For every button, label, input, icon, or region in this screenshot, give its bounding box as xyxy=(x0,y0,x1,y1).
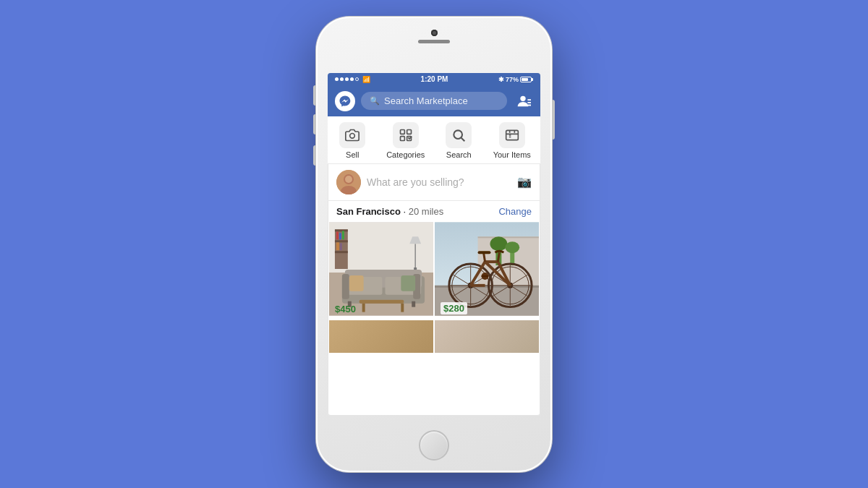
magnifier-icon xyxy=(451,128,466,142)
product-grid: $450 xyxy=(328,222,540,319)
grid-icon xyxy=(399,128,413,142)
product-card-bike[interactable]: $280 xyxy=(435,222,539,319)
profile-menu-button[interactable] xyxy=(513,91,533,111)
svg-rect-22 xyxy=(335,251,348,253)
svg-rect-40 xyxy=(412,301,415,307)
sell-placeholder[interactable]: What are you selling? xyxy=(367,176,511,188)
battery-percent: 77% xyxy=(506,76,519,83)
svg-rect-6 xyxy=(407,129,411,134)
nav-item-your-items[interactable]: Your Items xyxy=(488,122,535,159)
svg-rect-75 xyxy=(478,251,491,254)
svg-rect-38 xyxy=(401,275,415,291)
sofa-image xyxy=(329,222,433,316)
status-bar: 📶 1:20 PM ✱ 77% xyxy=(328,73,540,86)
location-bar: San Francisco · 20 miles Change xyxy=(328,201,540,222)
phone-notch xyxy=(418,30,450,43)
battery-icon xyxy=(520,77,533,82)
bottom-card-right[interactable] xyxy=(435,320,539,353)
svg-rect-41 xyxy=(359,299,404,303)
page-background: 📶 1:20 PM ✱ 77% xyxy=(0,0,868,488)
svg-rect-21 xyxy=(335,240,348,242)
product-card-sofa[interactable]: $450 xyxy=(329,222,433,319)
svg-rect-24 xyxy=(339,233,341,239)
phone-screen: 📶 1:20 PM ✱ 77% xyxy=(328,73,540,416)
search-bar[interactable]: 🔍 Search Marketplace xyxy=(361,92,507,110)
svg-point-4 xyxy=(350,133,355,138)
nav-item-categories[interactable]: Categories xyxy=(382,122,429,159)
change-button[interactable]: Change xyxy=(498,206,532,217)
nav-item-sell[interactable]: Sell xyxy=(333,122,373,159)
camera-icon xyxy=(345,128,359,142)
sofa-price: $450 xyxy=(335,304,356,314)
sell-label: Sell xyxy=(346,150,359,159)
svg-rect-5 xyxy=(400,129,404,134)
svg-point-50 xyxy=(490,236,507,251)
svg-rect-43 xyxy=(401,303,404,312)
svg-rect-48 xyxy=(478,236,539,238)
camera-small-icon: 📷 xyxy=(517,175,532,189)
phone-camera xyxy=(431,30,438,36)
svg-rect-11 xyxy=(506,130,518,140)
profile-menu-icon xyxy=(515,93,531,109)
phone-device: 📶 1:20 PM ✱ 77% xyxy=(316,17,552,472)
sell-icon-box xyxy=(339,122,365,148)
svg-point-0 xyxy=(520,95,525,100)
your-items-icon-box xyxy=(499,122,525,148)
svg-line-10 xyxy=(461,137,465,141)
phone-home-button[interactable] xyxy=(419,430,449,461)
avatar-image xyxy=(336,170,361,194)
your-items-label: Your Items xyxy=(493,150,531,159)
nav-row: Sell Categories xyxy=(328,116,540,164)
bike-price: $280 xyxy=(441,302,467,314)
svg-point-52 xyxy=(505,241,519,253)
sell-area: What are you selling? 📷 xyxy=(328,164,540,201)
status-time: 1:20 PM xyxy=(421,75,448,83)
wifi-icon: 📶 xyxy=(362,76,370,83)
svg-line-76 xyxy=(498,252,499,262)
search-label: Search xyxy=(446,150,472,159)
bluetooth-icon: ✱ xyxy=(498,76,504,83)
bottom-card-left[interactable] xyxy=(329,320,433,353)
nav-item-search[interactable]: Search xyxy=(439,122,479,159)
svg-rect-20 xyxy=(335,229,348,231)
location-city: San Francisco xyxy=(336,206,401,217)
status-right: ✱ 77% xyxy=(498,76,533,83)
location-distance: 20 miles xyxy=(409,206,443,217)
search-icon-box xyxy=(446,122,472,148)
svg-rect-42 xyxy=(362,303,365,312)
search-icon: 🔍 xyxy=(370,96,380,106)
svg-rect-37 xyxy=(349,275,364,291)
phone-speaker xyxy=(418,40,450,43)
location-info: San Francisco · 20 miles xyxy=(336,206,443,217)
svg-rect-23 xyxy=(336,231,339,239)
svg-rect-25 xyxy=(342,231,344,239)
svg-rect-27 xyxy=(340,243,342,250)
categories-label: Categories xyxy=(386,150,425,159)
status-left: 📶 xyxy=(335,76,370,83)
svg-rect-26 xyxy=(336,242,339,250)
messenger-icon xyxy=(339,95,352,108)
svg-point-9 xyxy=(454,130,463,139)
svg-rect-35 xyxy=(342,273,349,299)
items-icon xyxy=(505,128,519,142)
categories-icon-box xyxy=(393,122,419,148)
svg-rect-7 xyxy=(400,136,404,140)
location-separator: · xyxy=(404,206,409,217)
fb-header: 🔍 Search Marketplace xyxy=(328,86,540,116)
messenger-button[interactable] xyxy=(335,91,355,111)
svg-point-15 xyxy=(345,176,352,183)
user-avatar xyxy=(336,170,361,194)
search-input[interactable]: Search Marketplace xyxy=(384,95,468,106)
bottom-row xyxy=(328,319,540,353)
